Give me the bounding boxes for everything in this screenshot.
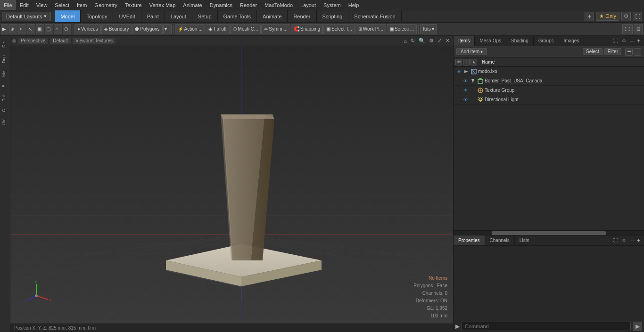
menu-select[interactable]: Select	[51, 0, 73, 10]
tool-lasso[interactable]: ⌖	[18, 24, 26, 34]
vp-settings-icon[interactable]: ⚙	[428, 37, 435, 44]
tab-render[interactable]: Render	[288, 10, 316, 22]
viewport-fullscreen-button[interactable]: ⊡	[634, 24, 643, 34]
command-arrow[interactable]: ▶	[455, 323, 460, 330]
tool-circle2[interactable]: ○	[54, 24, 62, 34]
star-only-button[interactable]: ★ Only	[596, 12, 619, 21]
tool-rect[interactable]: ▢	[45, 24, 53, 34]
rp-tab-mesh-ops[interactable]: Mesh Ops	[475, 36, 506, 46]
bp-tab-lists[interactable]: Lists	[515, 235, 535, 245]
layout-expand-button[interactable]: ⛶	[633, 12, 642, 21]
snapping-button[interactable]: 🧲 Snapping	[291, 24, 323, 34]
mesh-c-button[interactable]: ⬡ Mesh C...	[230, 24, 261, 34]
sidebar-btn-c[interactable]: C...	[1, 104, 9, 114]
vp-rotate-icon[interactable]: ↻	[409, 37, 416, 44]
eye-icon-1[interactable]: 👁	[462, 78, 469, 84]
items-minus-icon[interactable]: —	[634, 48, 641, 56]
col-star-button[interactable]: ★	[471, 59, 477, 65]
work-pl-button[interactable]: ⊞ Work Pl...	[355, 24, 386, 34]
default-label[interactable]: Default	[50, 38, 71, 44]
tab-schematic-fusion[interactable]: Schematic Fusion	[348, 10, 401, 22]
viewport-expand-button[interactable]: ⛶	[622, 24, 633, 34]
items-scroll-thumb[interactable]	[492, 231, 606, 235]
menu-render[interactable]: Render	[236, 0, 261, 10]
tab-model[interactable]: Model	[55, 10, 81, 22]
menu-geometry[interactable]: Geometry	[91, 0, 121, 10]
list-item-texture-group[interactable]: 👁 Texture Group	[454, 86, 644, 95]
viewport-dot[interactable]	[12, 39, 16, 43]
bp-settings-icon[interactable]: ⚙	[620, 237, 627, 243]
tab-animate[interactable]: Animate	[257, 10, 288, 22]
vp-zoom-icon[interactable]: 🔍	[417, 37, 427, 44]
menu-maxtomodo[interactable]: MaxToModo	[261, 0, 297, 10]
rp-tab-shading[interactable]: Shading	[506, 36, 534, 46]
eye-icon-0[interactable]: 👁	[455, 68, 462, 75]
rp-add-tab-button[interactable]: +	[637, 38, 640, 44]
menu-dynamics[interactable]: Dynamics	[206, 0, 236, 10]
sidebar-btn-dup[interactable]: Dup...	[1, 50, 9, 65]
menu-animate[interactable]: Animate	[179, 0, 206, 10]
vp-home-icon[interactable]: ⌂	[402, 38, 408, 44]
rp-tab-images[interactable]: Images	[559, 36, 585, 46]
polygons-button[interactable]: ⬟ Polygons	[132, 24, 162, 34]
bp-tab-properties[interactable]: Properties	[454, 235, 485, 245]
sidebar-btn-de[interactable]: De...	[1, 37, 9, 49]
textures-label[interactable]: Viewport Textures	[73, 38, 116, 44]
rp-minus-icon[interactable]: —	[628, 38, 636, 44]
list-item-border-post[interactable]: 👁 Border_Post_USA_Canada	[454, 76, 644, 86]
bp-add-tab-button[interactable]: +	[637, 237, 640, 244]
menu-view[interactable]: View	[33, 0, 51, 10]
tool-shield[interactable]: ⬡	[63, 24, 71, 34]
list-item-modo-lxo[interactable]: 👁 modo.lxo	[454, 67, 644, 76]
action-button[interactable]: ⚡ Action ...	[175, 24, 206, 34]
selecti-button[interactable]: ▣ Selecti ...	[387, 24, 417, 34]
sidebar-btn-uv[interactable]: UV...	[1, 114, 9, 127]
col-plus-button[interactable]: +	[463, 59, 470, 65]
list-item-directional-light[interactable]: 👁 Directional Light	[454, 95, 644, 105]
bp-tab-channels[interactable]: Channels	[485, 235, 515, 245]
rp-settings-icon[interactable]: ⚙	[620, 38, 627, 44]
eye-icon-2[interactable]: 👁	[462, 87, 469, 94]
tool-circle[interactable]: ⊕	[9, 24, 17, 34]
sidebar-btn-pol[interactable]: Pol...	[1, 90, 9, 104]
menu-edit[interactable]: Edit	[16, 0, 33, 10]
falloff-button[interactable]: ◉ Falloff	[206, 24, 229, 34]
filter-button[interactable]: Filter	[604, 48, 621, 55]
expand-icon-0[interactable]	[463, 70, 470, 73]
items-scrollbar[interactable]	[454, 230, 644, 235]
tool-box[interactable]: ▣	[36, 24, 44, 34]
tab-setup[interactable]: Setup	[192, 10, 218, 22]
layout-settings-button[interactable]: ⚙	[621, 12, 631, 21]
menu-texture[interactable]: Texture	[121, 0, 146, 10]
tool-pointer[interactable]: ↖	[27, 24, 35, 34]
menu-layout[interactable]: Layout	[297, 0, 320, 10]
rp-expand-icon[interactable]: ⛶	[612, 38, 619, 44]
vp-close-icon[interactable]: ✕	[444, 37, 451, 44]
boundary-button[interactable]: ◈ Boundary	[101, 24, 132, 34]
sidebar-btn-e[interactable]: E...	[1, 79, 9, 89]
command-go-button[interactable]: ▶	[633, 322, 642, 331]
menu-vertex-map[interactable]: Vertex Map	[146, 0, 180, 10]
col-eye-button[interactable]: 👁	[455, 59, 462, 65]
tab-topology[interactable]: Topology	[81, 10, 113, 22]
kits-button[interactable]: Kits ▾	[420, 24, 437, 34]
menu-system[interactable]: System	[320, 0, 345, 10]
tool-expand[interactable]: ▶	[1, 24, 8, 34]
add-layout-button[interactable]: +	[585, 12, 594, 21]
viewport-canvas[interactable]: X Y Z No Items Polygons : Face Channels:…	[10, 46, 453, 324]
vertices-button[interactable]: ● Vertices	[74, 24, 101, 34]
menu-help[interactable]: Help	[345, 0, 363, 10]
tab-scripting[interactable]: Scripting	[317, 10, 349, 22]
perspective-label[interactable]: Perspective	[18, 38, 48, 44]
select-t-button[interactable]: ▣ Select T...	[323, 24, 355, 34]
select-button[interactable]: Select	[583, 48, 603, 55]
symm-button[interactable]: ⇔ Symm ...	[261, 24, 290, 34]
vp-arrows-icon[interactable]: ⤢	[436, 37, 443, 44]
mode-dropdown[interactable]: ▾	[163, 24, 172, 34]
command-input[interactable]	[462, 322, 631, 331]
bp-minus-icon[interactable]: —	[628, 237, 636, 243]
bp-expand-icon[interactable]: ⛶	[612, 237, 619, 243]
menu-item[interactable]: Item	[73, 0, 91, 10]
add-item-button[interactable]: Add Item ▾	[456, 48, 487, 55]
rp-tab-groups[interactable]: Groups	[534, 36, 559, 46]
